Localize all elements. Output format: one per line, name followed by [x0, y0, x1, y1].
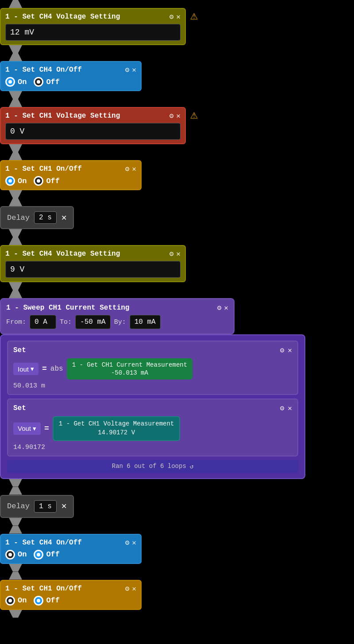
connector-18 [9, 572, 22, 580]
vout-chevron: ▾ [33, 425, 36, 433]
by-label: By: [114, 318, 126, 326]
connector-11 [9, 282, 22, 290]
delay-label-1: Delay [7, 214, 30, 222]
ch4-voltage-close-1[interactable]: ✕ [176, 12, 181, 21]
ch4-onoff-close-2[interactable]: ✕ [132, 538, 136, 547]
ch1-off-label-1: Off [46, 177, 60, 185]
set-vout-block: Set ⚙ ✕ Vout ▾ = 1 - Get CH1 Voltage Mea… [7, 399, 298, 456]
ch1-on-radio-1[interactable] [5, 176, 15, 186]
iout-chevron: ▾ [31, 365, 34, 373]
set-vout-gear[interactable]: ⚙ [280, 404, 285, 413]
ch4-onoff-close-1[interactable]: ✕ [132, 65, 136, 74]
sweep-gear[interactable]: ⚙ [217, 303, 222, 312]
ch4-voltage-block-2: 1 - Set CH4 Voltage Setting ⚙ ✕ 9 V [0, 245, 186, 282]
ch4-on-option-1[interactable]: On [5, 77, 27, 87]
from-label: From: [6, 318, 26, 326]
iout-measurement-line2: -50.013 mA [72, 369, 187, 377]
connector-9 [9, 229, 22, 237]
connector-14 [9, 487, 22, 495]
ch1-onoff-gear-2[interactable]: ⚙ [125, 584, 130, 593]
ch1-off-radio-1[interactable] [34, 176, 43, 186]
delay-value-1[interactable]: 2 s [34, 211, 57, 224]
ch4-off-option-1[interactable]: Off [34, 77, 60, 87]
connector-4 [9, 99, 22, 107]
to-value[interactable]: -50 mA [75, 315, 111, 329]
vout-equals: = [44, 424, 49, 433]
ch1-on-label-2: On [18, 596, 27, 605]
ch1-off-option-2[interactable]: Off [34, 596, 60, 606]
set-vout-header: Set ⚙ ✕ [13, 404, 292, 413]
ch4-voltage-title-1: 1 - Set CH4 Voltage Setting [5, 13, 167, 21]
connector-16 [9, 526, 22, 534]
sweep-title: 1 - Sweep CH1 Current Setting [6, 304, 215, 312]
ch4-onoff-gear-1[interactable]: ⚙ [125, 65, 130, 74]
connector-10 [9, 237, 22, 245]
ch1-on-option-2[interactable]: On [5, 596, 27, 606]
iout-measurement-line1: 1 - Get CH1 Current Measurement [72, 361, 187, 369]
ch1-onoff-close-1[interactable]: ✕ [132, 165, 136, 173]
ch4-voltage-gear-1[interactable]: ⚙ [169, 12, 174, 21]
ch4-on-option-2[interactable]: On [5, 550, 27, 560]
to-label: To: [60, 318, 72, 326]
ch4-voltage-gear-2[interactable]: ⚙ [169, 249, 174, 258]
ch4-onoff-title-1: 1 - Set CH4 On/Off [5, 66, 123, 74]
ch4-voltage-block-1: 1 - Set CH4 Voltage Setting ⚙ ✕ 12 mV [0, 8, 186, 45]
ch1-on-radio-2[interactable] [5, 596, 15, 606]
bottom-connector [9, 610, 22, 618]
by-value[interactable]: 10 mA [130, 315, 161, 329]
sweep-body: Set ⚙ ✕ Iout ▾ = abs 1 - Get CH1 Current… [0, 334, 305, 479]
loops-bar: Ran 6 out of 6 loops ↺ [7, 460, 298, 473]
delay-label-2: Delay [7, 502, 30, 510]
ch1-onoff-close-2[interactable]: ✕ [132, 584, 136, 593]
ch1-on-label-1: On [18, 177, 27, 185]
iout-abs: abs [50, 365, 63, 373]
ch4-voltage-title-2: 1 - Set CH4 Voltage Setting [5, 250, 167, 258]
set-vout-close[interactable]: ✕ [288, 404, 292, 413]
ch4-off-radio-1[interactable] [34, 77, 43, 87]
set-iout-label: Set [13, 346, 26, 354]
ch4-off-option-2[interactable]: Off [34, 550, 60, 560]
ch4-on-radio-2[interactable] [5, 550, 15, 560]
connector-1 [9, 45, 22, 53]
vout-var-btn[interactable]: Vout ▾ [13, 422, 41, 435]
iout-measurement: 1 - Get CH1 Current Measurement -50.013 … [67, 358, 192, 380]
delay-block-1: Delay 2 s ✕ [0, 206, 74, 229]
connector-12 [9, 290, 22, 298]
sweep-close[interactable]: ✕ [224, 303, 228, 312]
from-value[interactable]: 0 A [30, 315, 56, 329]
ch1-onoff-gear-1[interactable]: ⚙ [125, 165, 130, 173]
ch4-voltage-warning-1: ⚠ [190, 8, 198, 23]
iout-var-label: Iout [18, 365, 29, 373]
vout-var-label: Vout [18, 425, 31, 432]
delay-value-2[interactable]: 1 s [34, 500, 57, 513]
iout-var-btn[interactable]: Iout ▾ [13, 363, 38, 375]
connector-3 [9, 91, 22, 99]
ch1-off-label-2: Off [46, 596, 60, 605]
ch1-voltage-gear-1[interactable]: ⚙ [169, 111, 174, 120]
ch1-off-option-1[interactable]: Off [34, 176, 60, 186]
delay-close-2[interactable]: ✕ [61, 502, 67, 510]
ch4-onoff-block-2: 1 - Set CH4 On/Off ⚙ ✕ On Off [0, 534, 142, 564]
ch4-off-radio-2[interactable] [34, 550, 43, 560]
vout-measurement-line1: 1 - Get CH1 Voltage Measurement [59, 420, 174, 429]
ch1-off-radio-2[interactable] [34, 596, 43, 606]
loop-icon: ↺ [190, 463, 193, 470]
set-iout-block: Set ⚙ ✕ Iout ▾ = abs 1 - Get CH1 Current… [7, 341, 298, 395]
ch1-on-option-1[interactable]: On [5, 176, 27, 186]
ch4-voltage-close-2[interactable]: ✕ [176, 249, 181, 258]
ch1-onoff-radio-group-2: On Off [5, 596, 136, 606]
delay-block-2: Delay 1 s ✕ [0, 495, 74, 518]
ch1-voltage-value-1[interactable]: 0 V [5, 123, 181, 140]
ch4-voltage-value-2[interactable]: 9 V [5, 261, 181, 278]
set-vout-row: Vout ▾ = 1 - Get CH1 Voltage Measurement… [13, 416, 292, 441]
ch4-on-radio-1[interactable] [5, 77, 15, 87]
ch4-voltage-value-1[interactable]: 12 mV [5, 24, 181, 41]
set-iout-close[interactable]: ✕ [288, 346, 292, 355]
ch1-voltage-block-1: 1 - Set CH1 Voltage Setting ⚙ ✕ 0 V [0, 107, 186, 144]
ch4-off-label-2: Off [46, 550, 60, 559]
ch4-off-label-1: Off [46, 78, 60, 86]
ch1-voltage-close-1[interactable]: ✕ [176, 111, 181, 120]
ch4-onoff-gear-2[interactable]: ⚙ [125, 538, 130, 547]
set-iout-gear[interactable]: ⚙ [280, 346, 285, 355]
delay-close-1[interactable]: ✕ [61, 214, 67, 222]
